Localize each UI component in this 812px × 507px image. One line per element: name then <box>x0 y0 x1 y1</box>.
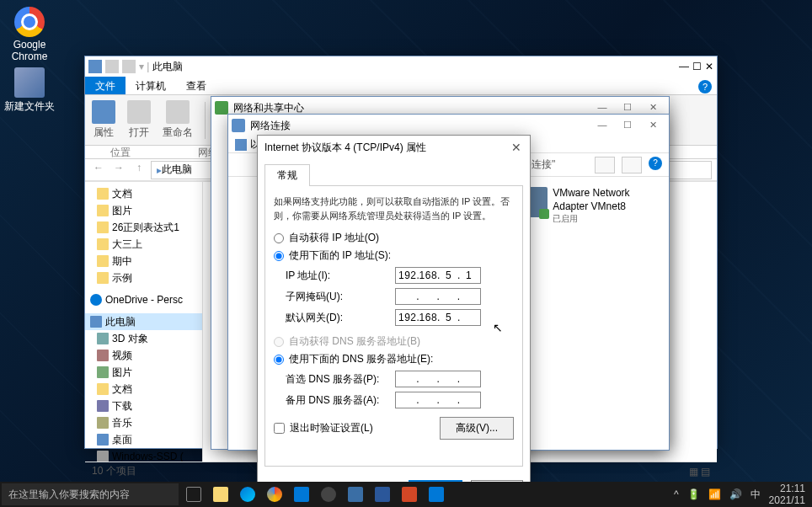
nav-music[interactable]: 音乐 <box>85 414 202 431</box>
app-taskbar-icon[interactable] <box>425 483 448 506</box>
radio-auto-dns: 自动获得 DNS 服务器地址(B) <box>274 334 514 349</box>
nav-pictures[interactable]: 图片 <box>85 202 202 219</box>
ribbon-tab-view[interactable]: 查看 <box>176 77 216 94</box>
search-input[interactable]: 在这里输入你要搜索的内容 <box>2 483 179 505</box>
gateway-label: 默认网关(D): <box>286 311 395 325</box>
view-mode-icons[interactable]: ▦ ▤ <box>689 466 710 478</box>
view-button[interactable] <box>622 157 642 173</box>
desktop-icon-label: Google Chrome <box>4 39 55 62</box>
tray-chevron-icon[interactable]: ^ <box>674 488 679 500</box>
nav-example[interactable]: 示例 <box>85 270 202 286</box>
minimize-button[interactable]: — <box>590 117 615 134</box>
nav-pane: 文档 图片 26正则表达式1 大三上 期中 示例 OneDrive - Pers… <box>85 182 203 462</box>
nav-junior[interactable]: 大三上 <box>85 236 202 253</box>
ribbon-tab-file[interactable]: 文件 <box>85 77 126 94</box>
tab-general[interactable]: 常规 <box>264 164 310 186</box>
view-button[interactable] <box>595 157 615 173</box>
ribbon-tab-computer[interactable]: 计算机 <box>126 77 176 94</box>
dialog-title: Internet 协议版本 4 (TCP/IPv4) 属性 <box>261 141 506 155</box>
window-title: 网络和共享中心 <box>233 101 590 115</box>
subnet-mask-input[interactable]: ... <box>395 288 481 305</box>
tray-wifi-icon[interactable]: 📶 <box>708 488 721 500</box>
nav-thispc[interactable]: 此电脑 <box>85 313 202 330</box>
dialog-description: 如果网络支持此功能，则可以获取自动指派的 IP 设置。否则，你需要从网络系统管理… <box>274 195 514 222</box>
ip-address-input[interactable]: 192. 168. 5. 1 <box>395 267 481 284</box>
help-icon[interactable]: ? <box>698 80 712 93</box>
ipv4-properties-dialog: Internet 协议版本 4 (TCP/IPv4) 属性 ✕ 常规 如果网络支… <box>257 135 531 483</box>
desktop-icon-label: 新建文件夹 <box>4 99 55 114</box>
quick-access-toolbar: ▾ | 此电脑 — ☐ ✕ <box>85 56 717 77</box>
nav-docs2[interactable]: 文档 <box>85 381 202 398</box>
adapter-name: VMware Network Adapter VMnet8 <box>553 187 659 213</box>
validate-checkbox-row[interactable]: 退出时验证设置(L) <box>274 421 373 435</box>
nav-downloads[interactable]: 下载 <box>85 398 202 414</box>
nav-rule26[interactable]: 26正则表达式1 <box>85 219 202 236</box>
advanced-button[interactable]: 高级(V)... <box>440 417 514 440</box>
vmware-taskbar-icon[interactable] <box>344 483 367 506</box>
gateway-input[interactable]: 192. 168. 5. <box>395 309 481 326</box>
edge-taskbar-icon[interactable] <box>236 483 259 506</box>
nav-videos[interactable]: 视频 <box>85 347 202 364</box>
window-title: 此电脑 <box>152 60 183 74</box>
network-connections-icon <box>232 119 245 132</box>
ribbon-rename[interactable]: 重命名 <box>163 100 193 140</box>
ribbon-group-label: 位置 <box>110 146 131 158</box>
validate-checkbox[interactable] <box>274 423 285 434</box>
tray-volume-icon[interactable]: 🔊 <box>729 488 742 500</box>
mask-label: 子网掩码(U): <box>286 290 395 304</box>
settings-taskbar-icon[interactable] <box>317 483 340 506</box>
tray-ime[interactable]: 中 <box>751 488 761 502</box>
status-text: 10 个项目 <box>92 464 136 478</box>
chrome-icon <box>14 7 45 37</box>
radio-input[interactable] <box>274 233 284 243</box>
tray-battery-icon[interactable]: 🔋 <box>687 488 700 500</box>
network-sharing-icon <box>215 101 228 115</box>
nav-forward[interactable]: → <box>110 162 127 179</box>
radio-manual-dns[interactable]: 使用下面的 DNS 服务器地址(E): <box>274 352 514 366</box>
qa-icon[interactable] <box>122 60 136 73</box>
ip-label: IP 地址(I): <box>286 269 395 283</box>
adapter-vmnet8[interactable]: VMware Network Adapter VMnet8 已启用 <box>512 184 662 227</box>
ribbon-open[interactable]: 打开 <box>127 100 151 140</box>
qa-icon[interactable] <box>105 60 119 73</box>
task-view-icon[interactable] <box>182 483 206 506</box>
maximize-button[interactable]: ☐ <box>692 61 702 72</box>
radio-input[interactable] <box>274 355 284 365</box>
tray-clock[interactable]: 21:11 2021/11 <box>769 483 805 507</box>
close-button[interactable]: ✕ <box>506 141 526 154</box>
nav-onedrive[interactable]: OneDrive - Persc <box>85 291 202 308</box>
nav-3d[interactable]: 3D 对象 <box>85 330 202 347</box>
nav-up[interactable]: ↑ <box>131 162 147 179</box>
help-icon[interactable]: ? <box>649 157 662 170</box>
maximize-button[interactable]: ☐ <box>615 117 640 134</box>
nav-back[interactable]: ← <box>90 162 107 179</box>
nav-documents[interactable]: 文档 <box>85 185 202 202</box>
nav-midterm[interactable]: 期中 <box>85 253 202 270</box>
nav-ssd[interactable]: Windows-SSD ( <box>85 448 202 462</box>
radio-input <box>274 337 284 347</box>
close-button[interactable]: ✕ <box>705 61 713 72</box>
radio-manual-ip[interactable]: 使用下面的 IP 地址(S): <box>274 248 514 263</box>
window-title: 网络连接 <box>250 119 590 133</box>
radio-auto-ip[interactable]: 自动获得 IP 地址(O) <box>274 231 514 245</box>
dns2-label: 备用 DNS 服务器(A): <box>286 393 395 408</box>
nav-desktop[interactable]: 桌面 <box>85 431 202 448</box>
dns1-input[interactable]: ... <box>395 371 481 387</box>
taskbar: 在这里输入你要搜索的内容 ^ 🔋 📶 🔊 中 21:11 2021/11 <box>0 482 812 507</box>
folder-icon <box>14 67 45 98</box>
explorer-taskbar-icon[interactable] <box>209 483 232 506</box>
close-button[interactable]: ✕ <box>640 117 665 134</box>
minimize-button[interactable]: — <box>679 61 689 72</box>
dns1-label: 首选 DNS 服务器(P): <box>286 372 395 387</box>
nav-pics2[interactable]: 图片 <box>85 364 202 381</box>
store-taskbar-icon[interactable] <box>290 483 313 506</box>
desktop-icon-folder[interactable]: 新建文件夹 <box>4 67 55 114</box>
chrome-taskbar-icon[interactable] <box>263 483 286 506</box>
radio-input[interactable] <box>274 251 284 261</box>
dns2-input[interactable]: ... <box>395 392 481 408</box>
desktop-icon-chrome[interactable]: Google Chrome <box>4 7 55 62</box>
explorer-icon <box>88 60 102 73</box>
powerpoint-taskbar-icon[interactable] <box>398 483 421 506</box>
ribbon-properties[interactable]: 属性 <box>92 100 115 140</box>
word-taskbar-icon[interactable] <box>371 483 394 506</box>
